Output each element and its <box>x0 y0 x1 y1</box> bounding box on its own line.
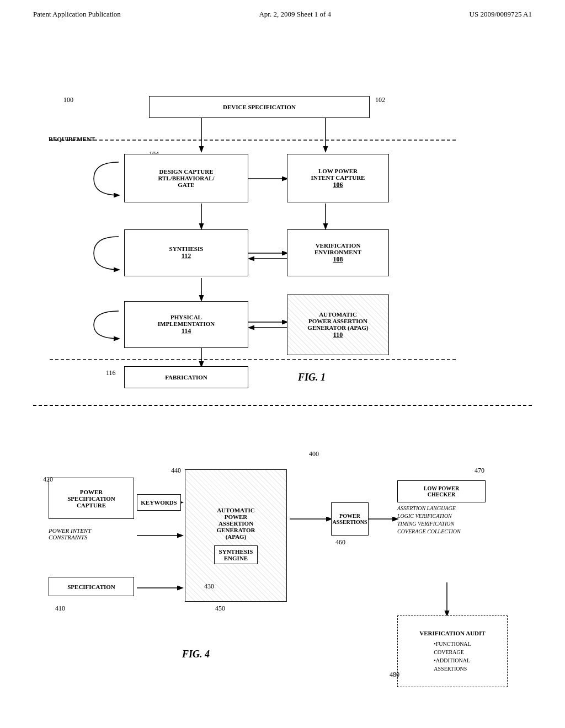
label-480: 480 <box>390 671 399 679</box>
header-right: US 2009/0089725 A1 <box>470 10 532 19</box>
verification-audit-box: VERIFICATION AUDIT •FUNCTIONALCOVERAGE•A… <box>397 615 508 687</box>
device-spec-box: DEVICE SPECIFICATION <box>149 96 370 118</box>
fabrication-box: FABRICATION <box>124 366 248 388</box>
label-102: 102 <box>375 96 385 104</box>
label-410: 410 <box>55 604 65 613</box>
low-power-checker-area: 470 LOW POWERCHECKER ASSERTION LANGUAGE … <box>397 467 508 536</box>
low-power-checker-box: LOW POWERCHECKER <box>397 480 486 502</box>
label-100: 100 <box>63 96 73 104</box>
physical-impl-box: PHYSICALIMPLEMENTATION 114 <box>124 301 248 348</box>
label-460: 460 <box>335 538 345 547</box>
label-440: 440 <box>171 467 181 475</box>
checker-details: ASSERTION LANGUAGE LOGIC VERIFICATION TI… <box>397 505 508 536</box>
page-header: Patent Application Publication Apr. 2, 2… <box>0 0 565 24</box>
fig1-diagram: 100 102 DEVICE SPECIFICATION REQUIREMENT… <box>0 30 565 405</box>
apag-box-fig1: AUTOMATICPOWER ASSERTIONGENERATOR (APAG)… <box>287 295 389 355</box>
fig4-diagram: 400 POWERSPECIFICATIONCAPTURE 420 POWER … <box>0 417 565 728</box>
power-intent-label: POWER INTENTCONSTRAINTS <box>49 527 126 540</box>
header-left: Patent Application Publication <box>33 10 121 19</box>
power-spec-capture-box: POWERSPECIFICATIONCAPTURE <box>49 478 134 519</box>
keywords-box: KEYWORDS <box>137 494 181 511</box>
fig1-label: FIG. 1 <box>298 372 326 383</box>
label-116: 116 <box>106 369 116 377</box>
design-capture-box: DESIGN CAPTURE RTL/BEHAVIORAL/ GATE <box>124 154 248 202</box>
fig4-label: FIG. 4 <box>182 649 210 660</box>
low-power-intent-box: LOW POWERINTENT CAPTURE 106 <box>287 154 389 202</box>
label-400: 400 <box>309 450 319 458</box>
verification-env-box: VERIFICATIONENVIRONMENT 108 <box>287 229 389 276</box>
synthesis-box: SYNTHESIS 112 <box>124 229 248 276</box>
label-450: 450 <box>215 604 225 613</box>
requirement-label: REQUIREMENT <box>49 136 95 142</box>
apag-box-fig4: AUTOMATICPOWERASSERTIONGENERATOR(APAG) S… <box>185 469 287 602</box>
label-430: 430 <box>204 582 214 591</box>
label-470: 470 <box>475 467 565 475</box>
header-center: Apr. 2, 2009 Sheet 1 of 4 <box>259 10 331 19</box>
power-assertions-box: POWERASSERTIONS <box>331 502 369 536</box>
label-420: 420 <box>43 475 53 484</box>
specification-box: SPECIFICATION <box>49 577 134 596</box>
synthesis-engine-box: SYNTHESISENGINE <box>214 545 258 564</box>
fig1-svg <box>0 30 565 405</box>
